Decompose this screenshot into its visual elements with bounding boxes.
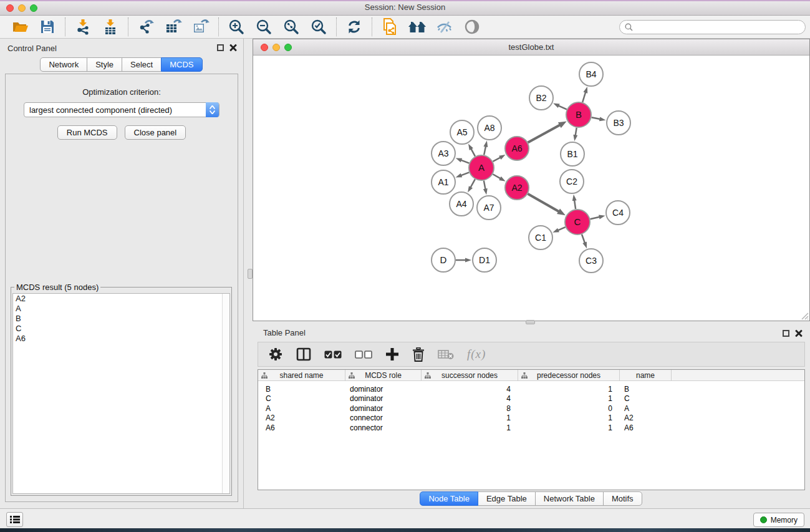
add-column-button[interactable]: [385, 345, 399, 364]
table-cell[interactable]: connector: [345, 423, 422, 432]
tab-style[interactable]: Style: [87, 57, 122, 72]
close-panel-button[interactable]: Close panel: [125, 125, 186, 140]
table-cell[interactable]: B: [258, 385, 345, 394]
table-cell[interactable]: A2: [620, 414, 672, 422]
task-history-button[interactable]: [6, 512, 23, 527]
table-cell[interactable]: connector: [345, 414, 422, 422]
table-cell[interactable]: A2: [258, 414, 345, 422]
zoom-in-button[interactable]: [226, 17, 246, 36]
checked-boxes-icon: [324, 351, 342, 359]
tab-mcds[interactable]: MCDS: [161, 57, 202, 72]
column-header-predecessor-nodes[interactable]: predecessor nodes: [518, 370, 620, 380]
select-all-button[interactable]: [324, 345, 342, 364]
table-cell[interactable]: dominator: [345, 385, 422, 394]
copy-network-view-button[interactable]: [380, 17, 400, 36]
table-tab-node-table[interactable]: Node Table: [420, 491, 478, 506]
network-graph-canvas[interactable]: B4B2BB3A8A5A6B1A3AC2A1A2A4A7C4CC1C3DD1: [253, 56, 809, 321]
graph-edge-arrowhead: [552, 228, 559, 233]
import-network-button[interactable]: [73, 17, 93, 36]
table-row[interactable]: Adominator80A: [258, 404, 804, 414]
table-cell[interactable]: C: [620, 394, 672, 403]
show-network-button[interactable]: [462, 17, 482, 36]
table-cell[interactable]: 1: [518, 394, 620, 403]
result-list-item[interactable]: A2: [13, 294, 229, 304]
table-cell[interactable]: A6: [620, 423, 672, 432]
select-stepper[interactable]: [206, 102, 219, 117]
result-list-item[interactable]: A: [13, 304, 229, 314]
table-row[interactable]: A6connector11A6: [258, 423, 804, 433]
table-cell[interactable]: dominator: [345, 394, 422, 403]
search-input[interactable]: [636, 21, 805, 34]
table-float-panel-icon[interactable]: [783, 330, 789, 337]
table-cell[interactable]: A: [620, 404, 672, 413]
search-field[interactable]: [619, 20, 806, 34]
memory-button[interactable]: Memory: [753, 513, 804, 527]
column-header-successor-nodes[interactable]: successor nodes: [422, 370, 518, 380]
split-columns-button[interactable]: [296, 345, 311, 364]
zoom-out-button[interactable]: [254, 17, 274, 36]
export-image-icon: [193, 19, 210, 35]
export-image-button[interactable]: [191, 17, 211, 36]
zoom-selected-icon: [311, 19, 327, 35]
toolbar-group-export: [128, 17, 218, 36]
table-cell[interactable]: 1: [422, 414, 518, 422]
table-tab-motifs[interactable]: Motifs: [603, 491, 642, 506]
table-tab-network-table[interactable]: Network Table: [535, 491, 604, 506]
deselect-all-button[interactable]: [355, 345, 372, 364]
table-cell[interactable]: C: [258, 394, 345, 403]
table-cell[interactable]: 4: [422, 394, 518, 403]
hide-network-button[interactable]: [435, 17, 455, 36]
table-cell[interactable]: 1: [422, 423, 518, 432]
delete-column-button[interactable]: [412, 345, 425, 364]
refresh-button[interactable]: [344, 17, 364, 36]
table-cell[interactable]: 0: [518, 404, 620, 413]
close-panel-icon[interactable]: [229, 44, 237, 51]
result-list-item[interactable]: A6: [13, 334, 229, 344]
table-cell[interactable]: B: [620, 385, 672, 394]
table-close-panel-icon[interactable]: [795, 329, 803, 337]
vertical-splitter-handle[interactable]: [248, 269, 253, 279]
column-header-shared-name[interactable]: shared name: [258, 370, 345, 380]
table-cell[interactable]: 4: [422, 385, 518, 394]
import-table-icon: [102, 19, 118, 36]
graph-node-label: A6: [511, 143, 522, 153]
table-cell[interactable]: 1: [518, 414, 620, 422]
tab-network[interactable]: Network: [40, 57, 87, 72]
import-table-button[interactable]: [100, 17, 120, 36]
table-row[interactable]: A2connector11A2: [258, 414, 804, 423]
node-table-header: shared nameMCDS rolesuccessor nodesprede…: [258, 370, 804, 381]
table-cell[interactable]: A: [258, 404, 345, 413]
table-cell[interactable]: A6: [258, 423, 345, 432]
criterion-select[interactable]: largest connected component (directed): [24, 102, 219, 117]
table-settings-button[interactable]: [268, 345, 283, 364]
result-list-scrollbar[interactable]: [222, 294, 229, 493]
home-button[interactable]: [407, 17, 427, 36]
column-header-mcds-role[interactable]: MCDS role: [345, 370, 422, 380]
delete-table-button[interactable]: [438, 345, 454, 364]
table-cell[interactable]: 1: [518, 385, 620, 394]
save-session-button[interactable]: [37, 17, 57, 36]
node-table: shared nameMCDS rolesuccessor nodesprede…: [258, 369, 805, 490]
result-list-item[interactable]: B: [13, 314, 229, 324]
export-network-button[interactable]: [136, 17, 156, 36]
resize-grip-icon[interactable]: [800, 311, 809, 320]
table-row[interactable]: Bdominator41B: [258, 384, 804, 394]
zoom-fit-button[interactable]: [281, 17, 301, 36]
zoom-selected-button[interactable]: [309, 17, 329, 36]
table-cell[interactable]: 1: [518, 423, 620, 432]
function-builder-button[interactable]: f(x): [467, 345, 486, 364]
column-header-name[interactable]: name: [620, 370, 672, 380]
app-title: Session: New Session: [0, 2, 810, 12]
table-cell[interactable]: 8: [422, 404, 518, 413]
table-tab-edge-table[interactable]: Edge Table: [478, 491, 536, 506]
table-cell[interactable]: dominator: [345, 404, 422, 413]
graph-edge-arrowhead: [468, 143, 473, 150]
horizontal-splitter-handle[interactable]: [526, 320, 535, 324]
open-session-button[interactable]: [10, 17, 30, 36]
export-table-button[interactable]: [163, 17, 183, 36]
float-panel-icon[interactable]: [217, 44, 224, 51]
table-row[interactable]: Cdominator41C: [258, 394, 804, 404]
run-mcds-button[interactable]: Run MCDS: [57, 125, 117, 140]
tab-select[interactable]: Select: [122, 57, 162, 72]
result-list-item[interactable]: C: [13, 324, 229, 334]
